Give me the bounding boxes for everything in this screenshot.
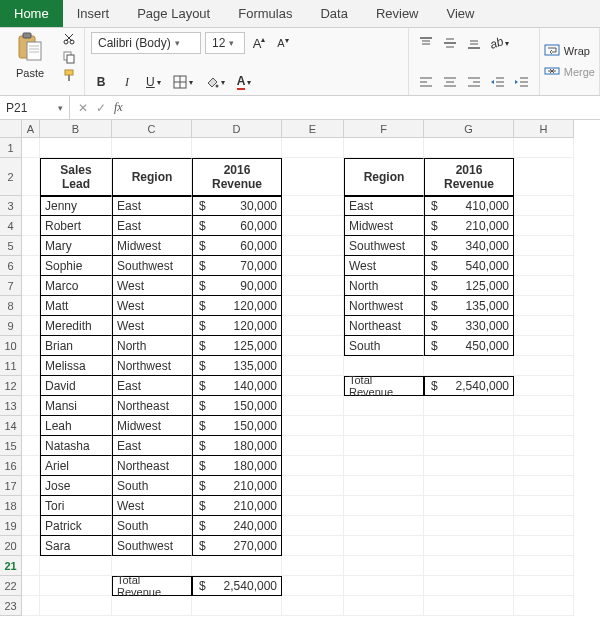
- cell[interactable]: 2016Revenue: [424, 158, 514, 196]
- cell[interactable]: [282, 256, 344, 276]
- cell[interactable]: [514, 556, 574, 576]
- cell[interactable]: [514, 596, 574, 616]
- cell[interactable]: [22, 196, 40, 216]
- column-header[interactable]: C: [112, 120, 192, 138]
- cell[interactable]: [282, 236, 344, 256]
- cell[interactable]: David: [40, 376, 112, 396]
- cell[interactable]: [282, 316, 344, 336]
- row-header[interactable]: 7: [0, 276, 22, 296]
- align-center-icon[interactable]: [439, 71, 461, 93]
- wrap-label[interactable]: Wrap: [564, 45, 590, 57]
- cell[interactable]: $135,000: [424, 296, 514, 316]
- cell[interactable]: [282, 436, 344, 456]
- cell[interactable]: [282, 196, 344, 216]
- cell[interactable]: [344, 476, 424, 496]
- align-top-icon[interactable]: [415, 32, 437, 54]
- cell[interactable]: [514, 536, 574, 556]
- merge-label[interactable]: Merge: [564, 66, 595, 78]
- cell[interactable]: [22, 276, 40, 296]
- tab-review[interactable]: Review: [362, 0, 433, 27]
- cell[interactable]: East: [112, 216, 192, 236]
- cell[interactable]: [22, 476, 40, 496]
- borders-button[interactable]: ▾: [170, 71, 196, 93]
- cell[interactable]: South: [344, 336, 424, 356]
- paste-icon[interactable]: [17, 32, 43, 65]
- cell[interactable]: Mansi: [40, 396, 112, 416]
- cell[interactable]: [282, 496, 344, 516]
- cell[interactable]: 2016Revenue: [192, 158, 282, 196]
- format-painter-icon[interactable]: [60, 68, 78, 82]
- cell[interactable]: Robert: [40, 216, 112, 236]
- cell[interactable]: Midwest: [112, 236, 192, 256]
- row-header[interactable]: 18: [0, 496, 22, 516]
- cell[interactable]: East: [112, 436, 192, 456]
- cell[interactable]: $125,000: [424, 276, 514, 296]
- cell[interactable]: $60,000: [192, 236, 282, 256]
- cell[interactable]: [22, 256, 40, 276]
- cell[interactable]: [282, 576, 344, 596]
- cell[interactable]: East: [112, 376, 192, 396]
- cell[interactable]: Patrick: [40, 516, 112, 536]
- cell[interactable]: Natasha: [40, 436, 112, 456]
- row-header[interactable]: 19: [0, 516, 22, 536]
- align-right-icon[interactable]: [463, 71, 485, 93]
- spreadsheet-grid[interactable]: ABCDEFGH12Sales LeadRegion2016RevenueReg…: [0, 120, 600, 616]
- cell[interactable]: [514, 456, 574, 476]
- fx-icon[interactable]: fx: [114, 100, 123, 115]
- tab-data[interactable]: Data: [306, 0, 361, 27]
- cell[interactable]: [344, 516, 424, 536]
- bold-button[interactable]: B: [91, 71, 111, 93]
- cell[interactable]: [514, 236, 574, 256]
- cell[interactable]: West: [112, 316, 192, 336]
- row-header[interactable]: 14: [0, 416, 22, 436]
- cell[interactable]: $120,000: [192, 296, 282, 316]
- cell[interactable]: Southwest: [112, 536, 192, 556]
- row-header[interactable]: 12: [0, 376, 22, 396]
- cell[interactable]: [112, 556, 192, 576]
- cell[interactable]: [344, 356, 424, 376]
- cell[interactable]: [282, 376, 344, 396]
- cell[interactable]: West: [344, 256, 424, 276]
- cell[interactable]: [22, 138, 40, 158]
- cell[interactable]: $180,000: [192, 456, 282, 476]
- cell[interactable]: [40, 596, 112, 616]
- row-header[interactable]: 6: [0, 256, 22, 276]
- cell[interactable]: [22, 496, 40, 516]
- decrease-indent-icon[interactable]: [487, 71, 509, 93]
- merge-icon[interactable]: [544, 64, 560, 81]
- cell[interactable]: Leah: [40, 416, 112, 436]
- cell[interactable]: [514, 516, 574, 536]
- cell[interactable]: [514, 196, 574, 216]
- row-header[interactable]: 15: [0, 436, 22, 456]
- cell[interactable]: [424, 556, 514, 576]
- cell[interactable]: East: [344, 196, 424, 216]
- cell[interactable]: [282, 476, 344, 496]
- cell[interactable]: [282, 356, 344, 376]
- cell[interactable]: [514, 476, 574, 496]
- cell[interactable]: Northeast: [344, 316, 424, 336]
- cell[interactable]: West: [112, 296, 192, 316]
- cell[interactable]: South: [112, 516, 192, 536]
- decrease-font-icon[interactable]: A▾: [273, 32, 293, 54]
- cell[interactable]: $125,000: [192, 336, 282, 356]
- cell[interactable]: $340,000: [424, 236, 514, 256]
- cell[interactable]: South: [112, 476, 192, 496]
- row-header[interactable]: 16: [0, 456, 22, 476]
- cell[interactable]: West: [112, 276, 192, 296]
- cell[interactable]: Sales Lead: [40, 158, 112, 196]
- row-header[interactable]: 10: [0, 336, 22, 356]
- cell[interactable]: Southwest: [344, 236, 424, 256]
- tab-view[interactable]: View: [433, 0, 489, 27]
- select-all-corner[interactable]: [0, 120, 22, 138]
- orientation-icon[interactable]: ab▾: [487, 32, 512, 54]
- align-left-icon[interactable]: [415, 71, 437, 93]
- column-header[interactable]: A: [22, 120, 40, 138]
- row-header[interactable]: 21: [0, 556, 22, 576]
- column-header[interactable]: D: [192, 120, 282, 138]
- cell[interactable]: [344, 536, 424, 556]
- font-color-button[interactable]: A▾: [234, 71, 255, 93]
- cell[interactable]: [192, 138, 282, 158]
- cell[interactable]: [282, 276, 344, 296]
- cell[interactable]: [344, 596, 424, 616]
- cell[interactable]: Region: [344, 158, 424, 196]
